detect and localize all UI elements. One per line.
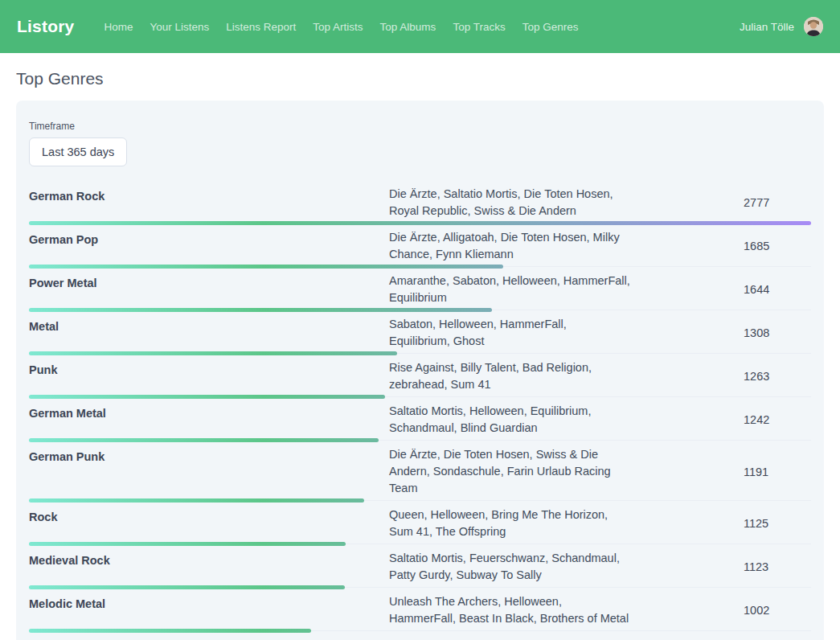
genre-listen-count: 1242 — [630, 413, 811, 426]
nav-item-top-genres[interactable]: Top Genres — [522, 21, 579, 33]
genre-listen-count: 1685 — [630, 240, 811, 252]
genre-row: German Metal Saltatio Mortis, Helloween,… — [29, 397, 811, 441]
genre-name: German Indie — [29, 637, 389, 640]
nav-item-listens-report[interactable]: Listens Report — [226, 21, 296, 33]
genre-top-artists: Queen, Helloween, Bring Me The Horizon, … — [389, 507, 630, 540]
genre-listen-count: 1263 — [630, 370, 811, 383]
genre-list: German Rock Die Ärzte, Saltatio Mortis, … — [29, 180, 811, 640]
genre-listen-count: 1002 — [630, 604, 811, 617]
genre-name: Melodic Metal — [29, 593, 389, 627]
top-genres-page: Top Genres Timeframe Last 365 days Germa… — [0, 68, 840, 640]
genre-name: German Punk — [29, 446, 389, 497]
genre-row: Power Metal Amaranthe, Sabaton, Hellowee… — [29, 267, 811, 310]
page-title: Top Genres — [16, 68, 824, 90]
nav-item-top-tracks[interactable]: Top Tracks — [453, 21, 505, 33]
nav-item-your-listens[interactable]: Your Listens — [150, 21, 209, 33]
genre-row: Punk Rise Against, Billy Talent, Bad Rel… — [29, 354, 811, 397]
genre-name: German Rock — [29, 186, 389, 219]
app-logo[interactable]: Listory — [17, 17, 74, 36]
genre-row: Medieval Rock Saltatio Mortis, Feuerschw… — [29, 544, 811, 588]
genre-name: German Metal — [29, 403, 389, 437]
genre-listen-count: 2777 — [630, 196, 811, 209]
nav-item-top-artists[interactable]: Top Artists — [313, 21, 363, 33]
genre-row: Melodic Metal Unleash The Archers, Hello… — [29, 588, 811, 631]
genre-name: Punk — [29, 359, 389, 393]
genre-top-artists: Saltatio Mortis, Helloween, Equilibrium,… — [389, 403, 630, 437]
app-header: Listory Home Your Listens Listens Report… — [0, 0, 840, 53]
genre-name: Metal — [29, 316, 389, 350]
nav-item-top-albums[interactable]: Top Albums — [380, 21, 436, 33]
genre-top-artists: Bukahara, Käptn Peng, KYTES, Von Wegen L… — [389, 637, 630, 640]
genre-row: German Punk Die Ärzte, Die Toten Hosen, … — [29, 441, 811, 501]
genre-listen-count: 1308 — [630, 326, 811, 339]
genre-listen-count: 1644 — [630, 283, 811, 296]
genre-name: German Pop — [29, 229, 389, 263]
genre-top-artists: Rise Against, Billy Talent, Bad Religion… — [389, 359, 630, 393]
genre-top-artists: Sabaton, Helloween, HammerFall, Equilibr… — [389, 316, 630, 350]
timeframe-select[interactable]: Last 365 days — [29, 137, 127, 166]
genre-name: Medieval Rock — [29, 550, 389, 584]
nav-item-home[interactable]: Home — [104, 21, 133, 33]
genre-row: Metal Sabaton, Helloween, HammerFall, Eq… — [29, 310, 811, 354]
genre-listen-count: 1125 — [630, 517, 811, 530]
user-photo-icon — [804, 17, 823, 36]
genre-row: German Indie Bukahara, Käptn Peng, KYTES… — [29, 631, 811, 640]
genres-panel: Timeframe Last 365 days German Rock Die … — [16, 101, 824, 640]
genre-top-artists: Saltatio Mortis, Feuerschwanz, Schandmau… — [389, 550, 630, 584]
user-area: Julian Tölle — [740, 17, 823, 36]
genre-name: Rock — [29, 507, 389, 540]
main-nav: Home Your Listens Listens Report Top Art… — [104, 21, 740, 33]
user-name: Julian Tölle — [740, 21, 794, 33]
genre-top-artists: Die Ärzte, Die Toten Hosen, Swiss & Die … — [389, 446, 630, 497]
genre-row: Rock Queen, Helloween, Bring Me The Hori… — [29, 501, 811, 544]
genre-top-artists: Amaranthe, Sabaton, Helloween, HammerFal… — [389, 273, 630, 306]
genre-row: German Rock Die Ärzte, Saltatio Mortis, … — [29, 180, 811, 224]
user-avatar[interactable] — [804, 17, 823, 36]
genre-listen-count: 1191 — [630, 466, 811, 478]
genre-name: Power Metal — [29, 273, 389, 306]
genre-row: German Pop Die Ärzte, Alligatoah, Die To… — [29, 224, 811, 267]
genre-listen-count: 1123 — [630, 560, 811, 573]
genre-top-artists: Die Ärzte, Saltatio Mortis, Die Toten Ho… — [389, 186, 630, 219]
genre-top-artists: Unleash The Archers, Helloween, HammerFa… — [389, 593, 630, 627]
timeframe-label: Timeframe — [29, 121, 811, 132]
genre-top-artists: Die Ärzte, Alligatoah, Die Toten Hosen, … — [389, 229, 630, 263]
